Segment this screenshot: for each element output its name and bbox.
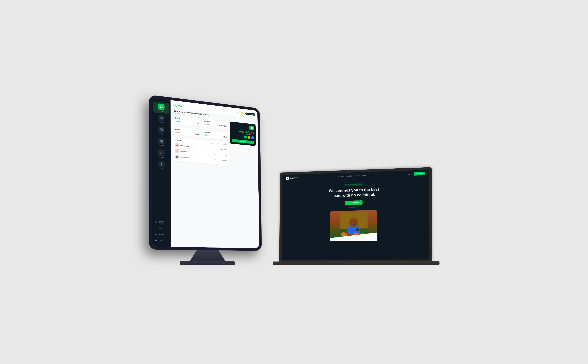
p0-revenue: NGN 28,200 (221, 149, 227, 150)
p1-revenue: NGN 83,000 (221, 154, 227, 156)
dispute-center-item[interactable]: ⚖ Dispute Center (154, 219, 169, 226)
login-link[interactable]: Log in (408, 173, 412, 175)
conversion-badge: +6.60% (204, 134, 209, 136)
bell-icon[interactable]: 🔔 (240, 111, 244, 115)
revenue-card: Revenue +19.09% NGN 74,200 (202, 118, 228, 130)
laptop-bottom: MacBook Pro (273, 261, 439, 265)
nav-lender[interactable]: Lender (347, 175, 352, 177)
right-col: NGN 800,000 Total Net Revenue Withdraw (230, 122, 256, 167)
tablet-sidebar: Home Balance (152, 98, 171, 247)
svg-rect-7 (160, 129, 162, 131)
balance-dots (244, 135, 254, 139)
svg-rect-3 (162, 107, 162, 108)
tablet-nav: Home Balance (152, 101, 171, 171)
laptop-device: M Mezovest Borrower Lender Learn Shop Lo… (279, 167, 439, 265)
sidebar-item-orders[interactable]: Orders (153, 124, 169, 137)
revenue-value: NGN 74,200 (219, 125, 226, 127)
settings-label: Settings (159, 234, 164, 235)
loan-icon-box (158, 161, 165, 168)
store-status-dot (246, 113, 247, 114)
sidebar-item-loan[interactable]: Loan (153, 159, 169, 171)
product-nums-1: 10 4 NGN 83,000 (214, 153, 227, 156)
tablet-main: Home 🔍 🔔 Fruitful Lagos (170, 100, 259, 248)
join-button[interactable]: Join for Free (345, 200, 363, 206)
withdraw-button[interactable]: Withdraw (232, 139, 254, 144)
svg-line-11 (160, 130, 162, 130)
mez-logo: M Mezovest (286, 176, 298, 180)
dispute-icon: ⚖ (155, 221, 157, 223)
mez-hero: Here to support your business We connect… (282, 177, 430, 259)
products-columns: Views Sold Revenue (211, 143, 227, 145)
tablet-stand (190, 250, 226, 261)
sidebar-item-products[interactable]: Products (153, 136, 169, 148)
sidebar-item-balance[interactable]: Balance (153, 113, 169, 125)
svg-line-10 (160, 129, 162, 130)
balance-label: Balance (159, 122, 164, 124)
balance-icon-box (158, 115, 164, 122)
products-label: Products (159, 145, 164, 146)
laptop-brand: MacBook Pro (348, 263, 359, 264)
svg-rect-4 (160, 117, 162, 119)
tablet-device: Home Balance (149, 95, 262, 265)
sidebar-item-account[interactable]: Account (153, 148, 169, 160)
col-sold: Sold (217, 143, 219, 144)
logout-item[interactable]: ↩ Logout (154, 237, 169, 243)
mezovest-site: M Mezovest Borrower Lender Learn Shop Lo… (282, 170, 430, 259)
hero-title: We connect you to the best loan, with no… (326, 187, 382, 199)
product-name-2: Carbonara Cossio (180, 156, 214, 160)
search-icon[interactable]: 🔍 (236, 110, 239, 115)
question-link[interactable]: Have a question? (349, 206, 358, 208)
orders-label: Orders (159, 133, 163, 135)
svg-rect-6 (161, 118, 161, 119)
account-label: Account (159, 156, 164, 158)
product-name-0: Rasta Spaghetti (180, 145, 213, 149)
sidebar-item-home[interactable]: Home (153, 101, 169, 114)
title-underline (174, 103, 178, 104)
help-icon: ? (155, 227, 157, 230)
laptop-lid: M Mezovest Borrower Lender Learn Shop Lo… (279, 167, 432, 261)
p2-views: 3 (215, 159, 216, 160)
hero-tag: Here to support your business (344, 183, 363, 186)
tablet-frame: Home Balance (149, 95, 262, 251)
product-nums-2: 3 1 NGN 8,520 (215, 159, 227, 161)
balance-card: NGN 800,000 Total Net Revenue Withdraw (230, 122, 256, 146)
col-views: Views (211, 143, 214, 144)
store-badge: Fruitful Lagos (245, 112, 255, 116)
conversion-value: %15.2 (223, 136, 227, 138)
product-img-1: 🍜 (175, 149, 179, 153)
mez-brand-name: Mezovest (290, 177, 298, 179)
orders-card: Orders +18.68% 5 (173, 115, 201, 127)
dot-2 (248, 136, 251, 139)
product-name-1: Shushi Ramen (180, 150, 213, 155)
conversion-card: Conversion +6.60% %15.2 (202, 130, 228, 140)
help-label: Help (159, 228, 162, 229)
nav-learn[interactable]: Learn (355, 175, 359, 177)
orders-icon-box (158, 126, 164, 133)
sidebar-bottom: ⚖ Dispute Center ? Help ⚙ Settings ↩ (152, 219, 171, 243)
mez-nav-links: Borrower Lender Learn Shop (338, 175, 366, 177)
nav-shop[interactable]: Shop (362, 175, 366, 176)
svg-line-12 (160, 140, 162, 141)
logout-icon: ↩ (155, 239, 157, 242)
svg-rect-31 (356, 229, 359, 231)
tablet-title-wrap: Home (174, 103, 182, 108)
signup-button[interactable]: SIGN UP (414, 172, 425, 176)
svg-rect-2 (160, 107, 161, 108)
page-title: Home (174, 104, 182, 108)
product-img-2: 🍲 (175, 155, 179, 159)
settings-item[interactable]: ⚙ Settings (154, 231, 169, 237)
products-section: Product Views Sold Revenue 🍝 (173, 137, 229, 165)
col-revenue: Revenue (222, 143, 227, 145)
svg-rect-1 (162, 106, 162, 107)
tablet-base (180, 261, 235, 265)
orders-badge: +18.68% (175, 120, 181, 123)
dispute-label: Dispute Center (159, 221, 168, 224)
nav-borrower[interactable]: Borrower (338, 176, 344, 177)
settings-icon: ⚙ (155, 233, 157, 236)
svg-rect-22 (341, 233, 347, 236)
help-item[interactable]: ? Help (154, 225, 169, 231)
balance-icon (249, 125, 254, 131)
p0-sold: 2 (218, 148, 218, 150)
orders-value: 5 (197, 122, 199, 125)
mez-nav-actions: Log in SIGN UP (408, 172, 425, 176)
